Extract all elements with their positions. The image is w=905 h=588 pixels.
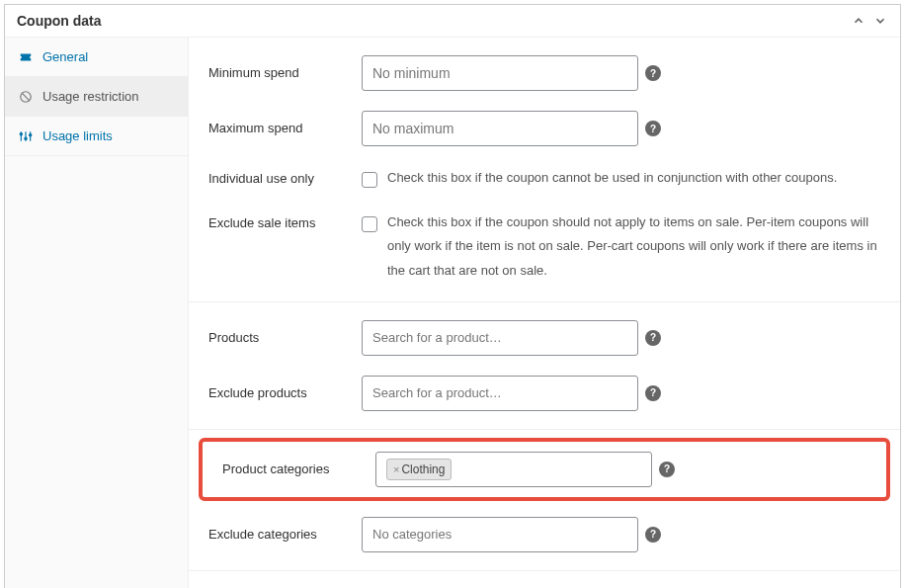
label-exclude-categories: Exclude categories bbox=[208, 517, 362, 542]
panel-collapse-up-icon[interactable] bbox=[851, 13, 866, 29]
help-icon[interactable]: ? bbox=[645, 385, 661, 401]
separator bbox=[189, 301, 900, 302]
sidebar-item-usage-restriction[interactable]: Usage restriction bbox=[5, 77, 188, 117]
panel-title: Coupon data bbox=[17, 13, 102, 29]
sidebar-item-general[interactable]: General bbox=[5, 38, 188, 77]
svg-line-1 bbox=[22, 92, 30, 100]
svg-point-7 bbox=[30, 133, 32, 135]
field-allowed-emails: Allowed emails ? bbox=[189, 579, 900, 588]
label-product-categories: Product categories bbox=[222, 452, 375, 476]
exclude-products-select[interactable]: Search for a product… bbox=[362, 376, 638, 411]
sidebar-item-usage-limits[interactable]: Usage limits bbox=[5, 117, 188, 156]
label-max-spend: Maximum spend bbox=[208, 111, 362, 135]
ticket-icon bbox=[19, 50, 33, 64]
field-products: Products Search for a product… ? bbox=[189, 310, 900, 366]
individual-use-description: Check this box if the coupon cannot be u… bbox=[387, 166, 880, 191]
field-individual-use: Individual use only Check this box if th… bbox=[189, 156, 900, 201]
sliders-icon bbox=[19, 129, 33, 143]
exclude-categories-placeholder: No categories bbox=[372, 527, 452, 542]
panel-body: General Usage restriction Usage limits M… bbox=[5, 38, 900, 588]
label-exclude-sale: Exclude sale items bbox=[208, 210, 362, 230]
sidebar-item-label: Usage restriction bbox=[42, 89, 139, 104]
label-individual-use: Individual use only bbox=[208, 166, 362, 186]
coupon-data-panel: Coupon data General Usage restrictio bbox=[4, 4, 901, 588]
panel-collapse-down-icon[interactable] bbox=[872, 13, 888, 29]
field-exclude-sale: Exclude sale items Check this box if the… bbox=[189, 201, 900, 294]
exclude-sale-description: Check this box if the coupon should not … bbox=[387, 210, 880, 284]
separator bbox=[189, 429, 900, 430]
products-placeholder: Search for a product… bbox=[372, 330, 502, 345]
help-icon[interactable]: ? bbox=[645, 330, 661, 346]
field-min-spend: Minimum spend ? bbox=[189, 45, 900, 101]
sidebar: General Usage restriction Usage limits bbox=[5, 38, 189, 588]
field-product-categories: Product categories × Clothing ? bbox=[218, 448, 870, 491]
exclude-sale-checkbox[interactable] bbox=[362, 216, 377, 232]
sidebar-item-label: Usage limits bbox=[42, 128, 113, 143]
min-spend-input[interactable] bbox=[362, 55, 638, 91]
highlighted-product-categories: Product categories × Clothing ? bbox=[199, 438, 890, 501]
max-spend-input[interactable] bbox=[362, 111, 638, 146]
label-products: Products bbox=[208, 320, 362, 345]
svg-point-5 bbox=[20, 132, 22, 134]
help-icon[interactable]: ? bbox=[645, 527, 661, 543]
sidebar-item-label: General bbox=[42, 49, 88, 64]
exclude-products-placeholder: Search for a product… bbox=[372, 385, 502, 400]
separator bbox=[189, 570, 900, 571]
label-exclude-products: Exclude products bbox=[208, 376, 362, 400]
panel-header: Coupon data bbox=[5, 5, 900, 38]
category-tag: × Clothing bbox=[386, 459, 452, 480]
tag-remove-icon[interactable]: × bbox=[393, 463, 399, 475]
label-min-spend: Minimum spend bbox=[208, 55, 362, 80]
svg-point-6 bbox=[25, 137, 27, 139]
field-max-spend: Maximum spend ? bbox=[189, 101, 900, 156]
panel-toggle-group bbox=[851, 13, 888, 29]
tag-label: Clothing bbox=[401, 462, 445, 476]
help-icon[interactable]: ? bbox=[645, 121, 661, 136]
products-select[interactable]: Search for a product… bbox=[362, 320, 638, 356]
field-exclude-products: Exclude products Search for a product… ? bbox=[189, 366, 900, 421]
individual-use-checkbox[interactable] bbox=[362, 172, 377, 188]
product-categories-select[interactable]: × Clothing bbox=[375, 452, 652, 487]
field-exclude-categories: Exclude categories No categories ? bbox=[189, 507, 900, 562]
ban-icon bbox=[19, 90, 33, 104]
help-icon[interactable]: ? bbox=[659, 462, 675, 477]
content-area: Minimum spend ? Maximum spend ? Individu… bbox=[189, 38, 900, 588]
exclude-categories-select[interactable]: No categories bbox=[362, 517, 638, 552]
help-icon[interactable]: ? bbox=[645, 65, 661, 81]
